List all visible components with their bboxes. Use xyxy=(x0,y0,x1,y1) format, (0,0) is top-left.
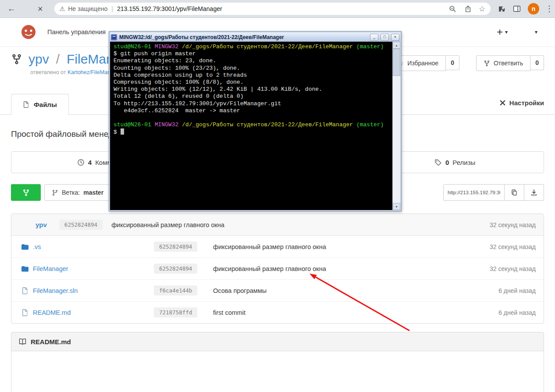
download-icon xyxy=(530,189,537,196)
terminal-line: Counting objects: 100% (23/23), done. xyxy=(114,65,389,72)
settings-tools-icon xyxy=(499,100,506,106)
browser-menu-icon[interactable]: ⋮ xyxy=(545,4,553,14)
create-new-icon[interactable]: + xyxy=(497,26,503,38)
warning-icon: ⚠ xyxy=(60,5,65,12)
gogs-logo[interactable] xyxy=(20,24,37,40)
tab-files[interactable]: Файлы xyxy=(11,94,69,115)
commit-age: 6 дней назад xyxy=(441,287,544,294)
folder-icon xyxy=(21,243,28,250)
file-table: ypv 6252824894 фиксированный размер глав… xyxy=(11,214,544,324)
scrollbar-thumb[interactable] xyxy=(393,49,400,76)
scroll-up-button[interactable]: ▲ xyxy=(393,42,400,49)
commit-hash-link[interactable]: f6ca4e144b xyxy=(154,285,197,296)
close-button[interactable]: × xyxy=(391,34,399,41)
commit-age: 32 секунд назад xyxy=(441,243,544,250)
latest-commit-author-link[interactable]: ypv xyxy=(36,221,47,228)
table-row: .vs6252824894фиксированный размер главно… xyxy=(11,236,544,257)
screen: ← × ⚠ Не защищено | 213.155.192.79:3001/… xyxy=(0,0,555,392)
address-bar[interactable]: ⚠ Не защищено | 213.155.192.79:3001/ypv/… xyxy=(54,3,491,15)
create-new-caret-icon[interactable]: ▾ xyxy=(505,29,508,35)
clone-url-input[interactable] xyxy=(443,184,505,201)
scroll-down-button[interactable]: ▼ xyxy=(393,203,400,210)
copy-icon xyxy=(511,189,518,196)
repo-title-separator: / xyxy=(56,52,60,67)
commit-message-link[interactable]: фиксированный размер главного окна xyxy=(213,243,441,250)
file-tab-icon xyxy=(23,101,29,108)
readme-header: README.md xyxy=(11,332,544,351)
terminal-line: Total 12 (delta 6), reused 0 (delta 0) xyxy=(114,93,389,100)
terminal-line: $ xyxy=(114,128,389,136)
commit-age: 6 дней назад xyxy=(441,309,544,316)
branch-selector[interactable]: Ветка: master xyxy=(44,184,111,201)
repo-owner-link[interactable]: ypv xyxy=(28,52,49,67)
latest-commit-message-link[interactable]: фиксированный размер главного окна xyxy=(111,221,224,228)
commit-hash-link[interactable]: 6252824894 xyxy=(154,242,197,252)
branch-name: master xyxy=(83,189,103,196)
fork-count[interactable]: 0 xyxy=(530,55,544,70)
branch-label: Ветка: xyxy=(62,189,80,196)
latest-commit-hash-link[interactable]: 6252824894 xyxy=(59,220,103,230)
file-icon xyxy=(21,287,28,294)
history-icon xyxy=(77,159,85,166)
user-menu-caret-icon[interactable]: ▾ xyxy=(535,29,537,35)
readme-title: README.md xyxy=(31,338,71,346)
terminal-line: Writing objects: 100% (12/12), 2.42 KiB … xyxy=(114,86,389,93)
file-link[interactable]: README.md xyxy=(33,309,71,316)
book-icon xyxy=(19,338,26,346)
fork-icon xyxy=(484,60,490,67)
file-icon xyxy=(21,309,28,316)
compare-fork-icon xyxy=(22,189,30,196)
terminal-line: To http://213.155.192.79:3001/ypv/FileMa… xyxy=(114,100,389,107)
extensions-puzzle-icon[interactable] xyxy=(498,5,505,13)
readme-panel: README.md xyxy=(11,332,544,392)
file-link[interactable]: FileManager xyxy=(33,265,68,272)
terminal-line: $ git push origin master xyxy=(114,50,389,57)
commit-message-link[interactable]: фиксированный размер главного окна xyxy=(213,265,441,272)
browser-profile-avatar[interactable]: n xyxy=(528,3,539,14)
table-row: README.md7218758ffdfirst commit6 дней на… xyxy=(11,301,544,323)
minimize-button[interactable]: _ xyxy=(370,34,378,41)
latest-commit-row: ypv 6252824894 фиксированный размер глав… xyxy=(11,214,544,236)
terminal-title: MINGW32:/d/_gogs/Работы студентов/2021-2… xyxy=(119,34,368,40)
tag-icon xyxy=(434,159,442,166)
commit-message-link[interactable]: first commit xyxy=(213,309,441,316)
copy-url-button[interactable] xyxy=(505,184,524,201)
terminal-line: Compressing objects: 100% (8/8), done. xyxy=(114,79,389,86)
terminal-icon xyxy=(111,34,117,40)
commit-hash-link[interactable]: 6252824894 xyxy=(154,264,197,274)
terminal-line: Delta compression using up to 2 threads xyxy=(114,72,389,79)
repo-fork-icon xyxy=(11,53,22,65)
security-label: Не защищено xyxy=(68,5,107,12)
nav-dashboard-link[interactable]: Панель управления xyxy=(47,29,106,36)
star-count[interactable]: 0 xyxy=(446,55,459,70)
terminal-window: MINGW32:/d/_gogs/Работы студентов/2021-2… xyxy=(109,31,402,211)
commit-message-link[interactable]: Осова программы xyxy=(213,287,441,294)
back-icon[interactable]: ← xyxy=(6,4,17,14)
terminal-cursor xyxy=(121,128,124,135)
maximize-button[interactable]: □ xyxy=(381,34,389,41)
stop-icon[interactable]: × xyxy=(35,4,46,14)
terminal-line: Enumerating objects: 23, done. xyxy=(114,57,389,64)
terminal-line: e4de3cf..6252824 master -> master xyxy=(114,107,389,114)
new-pull-request-button[interactable] xyxy=(11,184,41,201)
table-row: FileManager.slnf6ca4e144bОсова программы… xyxy=(11,279,544,301)
zoom-icon[interactable] xyxy=(449,5,456,13)
terminal-line: stud@N26-01 MINGW32 /d/_gogs/Работы студ… xyxy=(114,43,389,50)
sidebar-panel-icon[interactable] xyxy=(513,5,521,13)
share-icon[interactable] xyxy=(464,5,472,13)
terminal-titlebar[interactable]: MINGW32:/d/_gogs/Работы студентов/2021-2… xyxy=(110,32,400,42)
download-button[interactable] xyxy=(524,184,544,201)
file-link[interactable]: FileManager.sln xyxy=(33,287,78,294)
url-text: 213.155.192.79:3001/ypv/FileManager xyxy=(117,5,222,12)
table-row: FileManager6252824894фиксированный разме… xyxy=(11,257,544,279)
commit-age: 32 секунд назад xyxy=(441,265,544,272)
readme-body xyxy=(11,351,544,392)
file-rows: .vs6252824894фиксированный размер главно… xyxy=(11,236,544,323)
file-link[interactable]: .vs xyxy=(33,243,41,250)
fork-button[interactable]: Ответвить xyxy=(476,55,530,71)
tab-settings[interactable]: Настройки xyxy=(499,99,544,107)
commit-hash-link[interactable]: 7218758ffd xyxy=(154,307,197,317)
browser-toolbar: ← × ⚠ Не защищено | 213.155.192.79:3001/… xyxy=(0,0,555,18)
bookmark-star-icon[interactable]: ☆ xyxy=(479,4,485,14)
branch-icon xyxy=(52,189,58,196)
